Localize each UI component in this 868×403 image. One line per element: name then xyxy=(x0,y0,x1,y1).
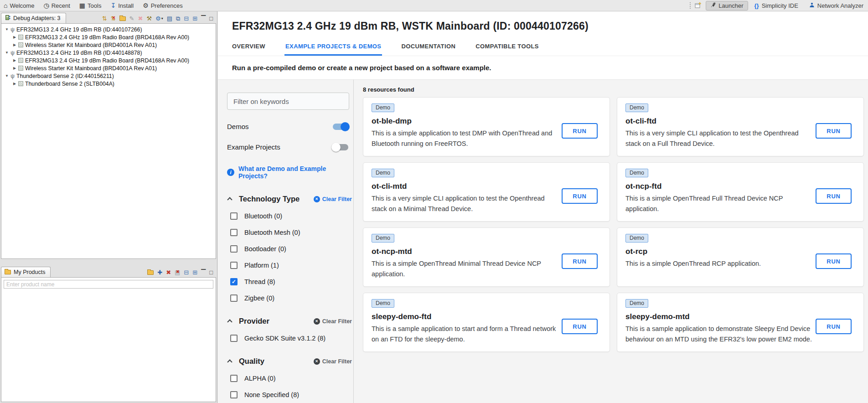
tree-item[interactable]: ▶ EFR32MG13 2.4 GHz 19 dBm Radio Board (… xyxy=(1,33,216,41)
clear-filter-button[interactable]: Clear Filter xyxy=(314,318,352,325)
add-icon[interactable]: ✚ xyxy=(157,269,162,275)
checkbox[interactable] xyxy=(230,391,238,398)
collapse-all-icon[interactable]: ⊟ xyxy=(184,269,189,275)
disconnect-icon[interactable]: ⇅✕ xyxy=(111,16,116,21)
toggle-demos[interactable] xyxy=(333,124,348,130)
toggle-example-projects[interactable] xyxy=(333,144,348,150)
demo-badge: Demo xyxy=(372,299,394,308)
demo-help-link[interactable]: What are Demo and Example Projects? xyxy=(238,165,353,180)
checkbox[interactable] xyxy=(230,375,238,382)
checkbox[interactable] xyxy=(230,294,238,302)
product-search-input[interactable] xyxy=(4,280,213,289)
device-title: EFR32MG13 2.4 GHz 19 dBm RB, WSTK Mainbo… xyxy=(218,11,868,32)
filter-option-platform-1[interactable]: Platform (1) xyxy=(227,262,353,269)
minimize-icon[interactable]: ▔ xyxy=(201,16,206,21)
open-perspective-icon[interactable] xyxy=(695,2,702,10)
left-dock: Debug Adapters: 3 ⇅⇅✕✎✖⚒⚙▾▤⧉⊟⊞▔□ ▼ ψ EFR… xyxy=(0,11,217,403)
menu-item-install[interactable]: ↧ Install xyxy=(110,2,134,9)
run-button[interactable]: RUN xyxy=(816,123,852,139)
menu-item-welcome[interactable]: ⌂ Welcome xyxy=(4,2,34,9)
menu-item-preferences[interactable]: ⚙ Preferences xyxy=(143,2,183,9)
checkbox[interactable] xyxy=(230,262,238,269)
new-folder-icon[interactable] xyxy=(147,270,154,275)
tab-overview[interactable]: OVERVIEW xyxy=(232,43,265,56)
tree-expand-arrow-icon[interactable]: ▶ xyxy=(12,66,17,70)
maximize-icon[interactable]: □ xyxy=(209,16,213,21)
checkbox[interactable] xyxy=(230,335,238,342)
perspective-simplicity-ide[interactable]: {} Simplicity IDE xyxy=(750,1,803,10)
tree-item[interactable]: ▶ EFR32MG13 2.4 GHz 19 dBm Radio Board (… xyxy=(1,57,216,64)
filter-option-bluetooth-0[interactable]: Bluetooth (0) xyxy=(227,212,353,220)
tree-collapse-arrow-icon[interactable]: ▼ xyxy=(4,51,10,55)
tree-expand-arrow-icon[interactable]: ▶ xyxy=(12,82,17,86)
toggle-row-example-projects: Example Projects xyxy=(227,143,350,151)
filter-option-bootloader-0[interactable]: Bootloader (0) xyxy=(227,245,353,253)
tree-item[interactable]: ▶ Wireless Starter Kit Mainboard (BRD400… xyxy=(1,41,216,49)
clear-filter-button[interactable]: Clear Filter xyxy=(314,196,352,202)
tree-expand-arrow-icon[interactable]: ▶ xyxy=(12,58,17,62)
delete-red-icon[interactable]: ✖ xyxy=(166,269,171,275)
my-products-tab[interactable]: My Products xyxy=(1,267,51,277)
filter-option-bluetooth-mesh-0[interactable]: Bluetooth Mesh (0) xyxy=(227,229,353,236)
tree-item[interactable]: ▼ ψ EFR32MG13 2.4 GHz 19 dBm RB (ID:4401… xyxy=(1,49,216,57)
demo-badge: Demo xyxy=(625,169,648,177)
filter-option-gecko-sdk-suite-v3-1-2-8[interactable]: Gecko SDK Suite v3.1.2 (8) xyxy=(227,335,353,342)
expand-all-icon[interactable]: ⊞ xyxy=(192,16,197,21)
download-icon: ↧ xyxy=(110,2,116,9)
filter-option-thread-8[interactable]: Thread (8) xyxy=(227,278,353,285)
tab-compatible-tools[interactable]: COMPATIBLE TOOLS xyxy=(475,43,539,56)
chevron-up-icon[interactable] xyxy=(227,359,232,364)
debug-adapters-tab[interactable]: Debug Adapters: 3 xyxy=(1,13,66,23)
checkbox[interactable] xyxy=(230,278,238,285)
delete-icon[interactable]: ✖ xyxy=(138,16,143,21)
checkbox[interactable] xyxy=(230,245,238,253)
clear-filter-icon xyxy=(314,196,320,202)
menu-item-tools[interactable]: ▦ Tools xyxy=(79,2,102,9)
perspective-launcher[interactable]: Launcher xyxy=(706,1,748,10)
run-button[interactable]: RUN xyxy=(816,188,852,204)
tab-example-projects-demos[interactable]: EXAMPLE PROJECTS & DEMOS xyxy=(285,43,381,56)
run-button[interactable]: RUN xyxy=(562,253,598,269)
edit-icon[interactable]: ✎ xyxy=(129,16,134,21)
keyword-filter-input[interactable] xyxy=(227,93,349,110)
run-button[interactable]: RUN xyxy=(562,188,598,204)
tree-item[interactable]: ▶ Thunderboard Sense 2 (SLTB004A) xyxy=(1,80,216,88)
tree-item[interactable]: ▼ ψ Thunderboard Sense 2 (ID:440156211) xyxy=(1,72,216,80)
new-folder-icon[interactable] xyxy=(119,16,126,21)
checkbox[interactable] xyxy=(230,212,238,220)
minimize-icon[interactable]: ▔ xyxy=(201,269,206,275)
gear-dropdown-icon[interactable]: ⚙▾ xyxy=(155,16,163,21)
tree-collapse-arrow-icon[interactable]: ▼ xyxy=(4,27,10,31)
run-button[interactable]: RUN xyxy=(816,253,852,269)
expand-all-icon[interactable]: ⊞ xyxy=(192,269,197,275)
checkbox[interactable] xyxy=(230,229,238,236)
chevron-up-icon[interactable] xyxy=(227,197,232,202)
clear-filter-button[interactable]: Clear Filter xyxy=(314,358,352,365)
maximize-icon[interactable]: □ xyxy=(209,269,213,275)
my-products-toolbar: ✚✖▤✖⊟⊞▔□ xyxy=(147,269,216,277)
tree-item[interactable]: ▶ Wireless Starter Kit Mainboard (BRD400… xyxy=(1,64,216,72)
filter-option-none-specified-8[interactable]: None Specified (8) xyxy=(227,391,353,398)
run-button[interactable]: RUN xyxy=(816,319,852,334)
filter-option-zigbee-0[interactable]: Zigbee (0) xyxy=(227,294,353,302)
run-button[interactable]: RUN xyxy=(562,319,598,334)
filter-option-alpha-0[interactable]: ALPHA (0) xyxy=(227,375,353,382)
remove-doc-icon[interactable]: ▤✖ xyxy=(175,269,180,275)
clock-icon: ◷ xyxy=(43,2,49,9)
copy-view-icon[interactable]: ⧉ xyxy=(176,16,180,21)
run-button[interactable]: RUN xyxy=(562,123,598,139)
card-description: This is a very simple CLI application to… xyxy=(625,128,813,149)
perspective-network-analyzer[interactable]: Network Analyzer xyxy=(805,1,868,10)
menu-item-recent[interactable]: ◷ Recent xyxy=(43,2,70,9)
tree-expand-arrow-icon[interactable]: ▶ xyxy=(12,35,17,39)
collapse-all-icon[interactable]: ⊟ xyxy=(184,16,189,21)
tree-collapse-arrow-icon[interactable]: ▼ xyxy=(4,74,10,78)
tab-documentation[interactable]: DOCUMENTATION xyxy=(401,43,455,56)
tree-item[interactable]: ▼ ψ EFR32MG13 2.4 GHz 19 dBm RB (ID:4401… xyxy=(1,26,216,33)
tree-expand-arrow-icon[interactable]: ▶ xyxy=(12,43,17,47)
debug-adapters-toolbar: ⇅⇅✕✎✖⚒⚙▾▤⧉⊟⊞▔□ xyxy=(102,16,216,23)
connect-icon[interactable]: ⇅ xyxy=(102,16,107,21)
tools-icon[interactable]: ⚒ xyxy=(146,16,152,21)
chevron-up-icon[interactable] xyxy=(227,319,232,324)
table-view-icon[interactable]: ▤ xyxy=(167,16,172,21)
